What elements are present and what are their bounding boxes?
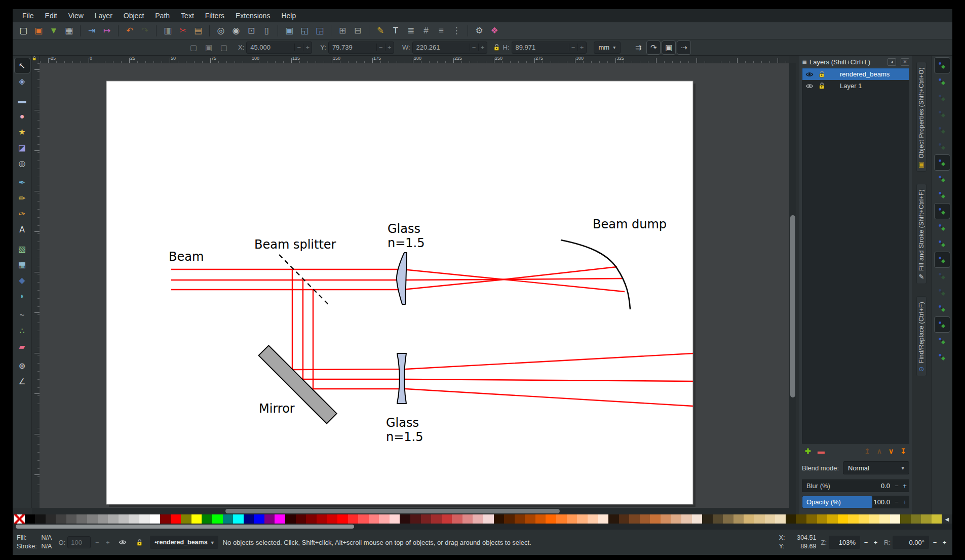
snap-others-button[interactable]	[935, 252, 950, 267]
snap-bbox-centers-button[interactable]	[935, 139, 950, 154]
palette-swatch[interactable]	[462, 514, 473, 524]
palette-swatch[interactable]	[556, 514, 567, 524]
x-field-value[interactable]: 45.000	[247, 44, 294, 51]
document-export-button[interactable]: ↦	[100, 24, 114, 38]
unlink-clone-button[interactable]: ◲	[313, 24, 327, 38]
beam-splitter-label[interactable]: Beam splitter	[254, 237, 336, 252]
close-dialog-button[interactable]: ✕	[901, 58, 909, 66]
palette-swatch[interactable]	[171, 514, 181, 524]
vertical-ruler[interactable]	[32, 63, 40, 508]
measure-tool-button[interactable]: ∠	[15, 374, 30, 389]
group-button[interactable]: ⊞	[335, 24, 350, 38]
palette-swatch[interactable]	[181, 514, 191, 524]
palette-swatch[interactable]	[160, 514, 171, 524]
layer-visibility-icon[interactable]	[804, 71, 815, 77]
palette-swatch[interactable]	[212, 514, 223, 524]
create-clone-button[interactable]: ◱	[297, 24, 312, 38]
palette-swatch[interactable]	[806, 514, 817, 524]
menu-object[interactable]: Object	[118, 9, 149, 22]
palette-swatch[interactable]	[567, 514, 577, 524]
document-open-button[interactable]: ▣	[31, 24, 46, 38]
opacity-value[interactable]: 100.0	[872, 498, 893, 506]
eraser-tool-button[interactable]: ▰	[15, 339, 30, 354]
palette-swatch[interactable]	[681, 514, 692, 524]
palette-swatch[interactable]	[337, 514, 348, 524]
snap-paths-button[interactable]	[935, 171, 950, 186]
vertical-scrollbar[interactable]	[789, 63, 796, 508]
pen-tool-button[interactable]: ✒	[15, 175, 30, 190]
layer-visibility-icon[interactable]	[804, 83, 815, 89]
horizontal-scrollbar[interactable]	[32, 508, 796, 514]
edit-cut-button[interactable]: ✂	[176, 24, 190, 38]
palette-swatch[interactable]	[473, 514, 483, 524]
snap-bbox-button[interactable]	[935, 74, 950, 89]
palette-swatch[interactable]	[890, 514, 901, 524]
open-layers-dialog-button[interactable]: ≣	[404, 24, 418, 38]
palette-swatch[interactable]	[327, 514, 337, 524]
palette-swatch[interactable]	[442, 514, 452, 524]
palette-swatch[interactable]	[306, 514, 317, 524]
fill-stroke-indicator[interactable]: Fill: N/A Stroke: N/A	[17, 534, 52, 551]
move-patterns-toggle-button[interactable]: ⇢	[677, 41, 690, 54]
canvas[interactable]: Beam Beam splitter Glass n=1.5 Beam dump…	[40, 63, 789, 508]
layer-to-bottom-button[interactable]: ↧	[900, 448, 906, 455]
palette-swatch[interactable]	[775, 514, 786, 524]
paint-bucket-tool-button[interactable]: ◗	[15, 289, 30, 303]
opacity-increment-button[interactable]: +	[901, 498, 909, 506]
palette-swatch[interactable]	[46, 514, 56, 524]
palette-swatch[interactable]	[285, 514, 296, 524]
layer-row[interactable]: rendered_beams	[802, 68, 909, 80]
palette-swatch[interactable]	[577, 514, 588, 524]
palette-swatch[interactable]	[66, 514, 77, 524]
dropper-tool-button[interactable]: ◆	[15, 273, 30, 288]
open-xml-editor-button[interactable]: #	[419, 24, 433, 38]
vertical-scrollbar-thumb[interactable]	[790, 215, 795, 397]
snap-cusp-nodes-button[interactable]	[935, 204, 950, 219]
palette-swatch[interactable]	[546, 514, 556, 524]
palette-swatch[interactable]	[129, 514, 139, 524]
palette-swatch[interactable]	[483, 514, 494, 524]
palette-swatch[interactable]	[254, 514, 264, 524]
menu-edit[interactable]: Edit	[40, 9, 63, 22]
y-increment-button[interactable]: +	[385, 44, 394, 51]
canvas-viewport[interactable]: Beam Beam splitter Glass n=1.5 Beam dump…	[40, 63, 789, 508]
palette-swatch[interactable]	[525, 514, 535, 524]
spray-tool-button[interactable]: ∴	[15, 324, 30, 338]
palette-swatch[interactable]	[244, 514, 254, 524]
y-field-value[interactable]: 79.739	[329, 44, 376, 51]
palette-swatch[interactable]	[317, 514, 327, 524]
zoom-increment[interactable]: +	[872, 539, 879, 546]
height-field-value[interactable]: 89.971	[512, 44, 569, 51]
zoom-tool-button[interactable]: ⊕	[15, 358, 30, 373]
palette-scrollbar-thumb[interactable]	[16, 525, 354, 529]
palette-swatch[interactable]	[744, 514, 754, 524]
snap-path-intersections-button[interactable]	[935, 187, 950, 203]
palette-swatch[interactable]	[431, 514, 442, 524]
tweak-tool-button[interactable]: ~	[15, 308, 30, 323]
palette-swatch[interactable]	[661, 514, 671, 524]
menu-text[interactable]: Text	[175, 9, 200, 22]
menu-filters[interactable]: Filters	[200, 9, 230, 22]
snap-nodes-button[interactable]	[935, 155, 950, 170]
edit-paste-button[interactable]: ▤	[191, 24, 205, 38]
pencil-tool-button[interactable]: ✏	[15, 191, 30, 206]
palette-swatch[interactable]	[504, 514, 515, 524]
snap-line-midpoints-button[interactable]	[935, 236, 950, 251]
scale-stroke-toggle-button[interactable]: ⇉	[632, 41, 645, 54]
palette-swatch[interactable]	[671, 514, 681, 524]
zoom-selection-button[interactable]: ◎	[214, 24, 228, 38]
palette-swatch[interactable]	[598, 514, 608, 524]
palette-swatch[interactable]	[56, 514, 66, 524]
lower-layer-button[interactable]: ∨	[889, 448, 894, 455]
palette-swatch[interactable]	[848, 514, 859, 524]
select-all-button[interactable]: ▢	[187, 42, 200, 54]
inkscape-preferences-button[interactable]: ❖	[487, 24, 501, 38]
palette-swatch[interactable]	[921, 514, 932, 524]
menu-extensions[interactable]: Extensions	[230, 9, 276, 22]
open-align-dialog-button[interactable]: ≡	[434, 24, 448, 38]
duplicate-button[interactable]: ▣	[282, 24, 296, 38]
glass-bottom-label-line1[interactable]: Glass	[386, 416, 419, 430]
layers-list[interactable]: rendered_beamsLayer 1	[802, 68, 909, 444]
open-text-dialog-button[interactable]: T	[389, 24, 403, 38]
layer-to-top-button[interactable]: ↥	[864, 448, 870, 455]
